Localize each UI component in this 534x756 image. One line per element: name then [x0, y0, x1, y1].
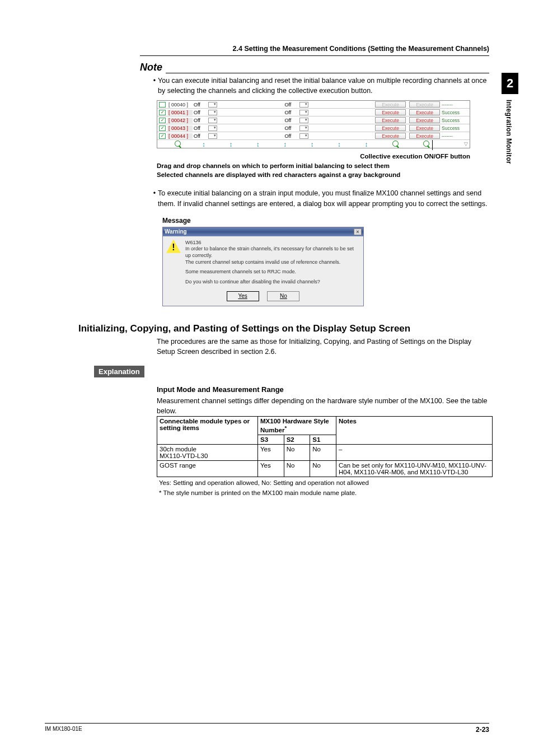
section-heading: Initializing, Copying, and Pasting of Se…	[78, 323, 489, 334]
off-cell-2: Off	[284, 133, 299, 139]
collective-on-icon[interactable]	[392, 141, 399, 147]
execute-button[interactable]: Execute	[375, 109, 406, 115]
status-cell: -------	[442, 133, 470, 139]
dropdown-icon[interactable]	[299, 133, 308, 139]
off-cell: Off	[193, 102, 208, 108]
sub-heading: Input Mode and Measurement Range	[157, 385, 489, 394]
execute-button[interactable]: Execute	[375, 101, 406, 108]
off-cell: Off	[193, 110, 208, 115]
execute-button[interactable]: Execute	[409, 101, 440, 108]
sort-icon: ↨	[190, 141, 217, 147]
th-hw-style: MX100 Hardware Style Number*	[258, 417, 336, 435]
dropdown-icon[interactable]	[299, 110, 308, 115]
sub-body: Measurement channel settings differ depe…	[157, 396, 489, 416]
execute-button[interactable]: Execute	[409, 109, 440, 115]
footer-doc-id: IM MX180-01E	[45, 726, 82, 734]
magnify-icon	[175, 141, 181, 147]
th-s2: S2	[284, 435, 310, 445]
footer-page-number: 2-23	[476, 726, 489, 734]
explanation-label: Explanation	[94, 366, 144, 377]
checkbox[interactable]: ✓	[159, 133, 166, 139]
section-header: 2.4 Setting the Measurement Conditions (…	[140, 45, 489, 56]
sort-icon: ↨	[299, 141, 326, 147]
close-icon[interactable]: ×	[354, 228, 362, 235]
sort-icon: ↨	[353, 141, 380, 147]
channel-grid-figure: [ 00040 ] Off Off Execute Execute ------…	[157, 100, 470, 148]
execute-button[interactable]: Execute	[375, 117, 406, 123]
table-row: GOST range Yes No No Can be set only for…	[157, 461, 493, 477]
caption-collective: Collective execution ON/OFF button	[157, 153, 470, 160]
off-cell: Off	[193, 125, 208, 131]
checkbox[interactable]: ✓	[159, 110, 166, 115]
caption-drag-2: Selected channels are displayed with red…	[157, 170, 489, 179]
dropdown-icon[interactable]	[208, 118, 217, 123]
dropdown-icon[interactable]	[208, 110, 217, 115]
message-label: Message	[162, 217, 489, 225]
sort-icon: ↨	[271, 141, 298, 147]
th-module-types: Connectable module types or setting item…	[157, 417, 258, 445]
dialog-line: In order to balance the strain channels,…	[185, 246, 360, 259]
chapter-number: 2	[502, 73, 518, 94]
off-cell-2: Off	[284, 102, 299, 108]
execute-button[interactable]: Execute	[409, 133, 440, 139]
status-cell: Success	[442, 110, 470, 115]
execute-button[interactable]: Execute	[409, 117, 440, 123]
table-footnote-2: * The style number is printed on the MX1…	[159, 488, 489, 497]
note-rule	[166, 68, 489, 73]
dialog-line: Do you wish to continue after disabling …	[185, 279, 360, 286]
note-body-2: To execute initial balancing on a strain…	[158, 188, 489, 208]
execute-button[interactable]: Execute	[375, 125, 406, 131]
off-cell: Off	[193, 133, 208, 139]
no-button[interactable]: No	[267, 291, 299, 301]
yes-button[interactable]: Yes	[227, 291, 259, 301]
sort-icon: ↨	[217, 141, 244, 147]
sort-icon: ↨	[245, 141, 271, 147]
dropdown-icon[interactable]	[208, 125, 217, 131]
channel-id: [ 00040 ]	[167, 102, 193, 108]
table-row: 30ch moduleMX110-VTD-L30 Yes No No –	[157, 445, 493, 461]
hardware-table: Connectable module types or setting item…	[157, 416, 493, 477]
note-label: Note	[140, 62, 162, 73]
checkbox[interactable]: ✓	[159, 125, 166, 131]
warning-dialog: Warning × ! W6136 In order to balance th…	[162, 227, 364, 306]
dropdown-icon[interactable]	[299, 102, 308, 108]
execute-button[interactable]: Execute	[409, 125, 440, 131]
off-cell-2: Off	[284, 125, 299, 131]
status-cell: Success	[442, 118, 470, 123]
off-cell-2: Off	[284, 110, 299, 115]
checkbox[interactable]: ✓	[159, 118, 166, 123]
th-s3: S3	[258, 435, 284, 445]
off-cell-2: Off	[284, 118, 299, 123]
bullet-dot: •	[151, 188, 158, 208]
dialog-code: W6136	[185, 240, 360, 246]
th-notes: Notes	[336, 417, 493, 445]
warning-icon: !	[166, 240, 181, 253]
off-cell: Off	[193, 118, 208, 123]
status-cell: Success	[442, 125, 470, 131]
scroll-arrow-icon[interactable]: ▽	[442, 141, 470, 147]
channel-id: [ 00042 ]	[167, 118, 193, 123]
bullet-dot: •	[151, 76, 158, 96]
th-s1: S1	[310, 435, 336, 445]
dropdown-icon[interactable]	[208, 102, 217, 108]
checkbox[interactable]	[159, 102, 166, 108]
dropdown-icon[interactable]	[208, 133, 217, 139]
dialog-line: The current channel setup contains inval…	[185, 259, 360, 266]
channel-id: [ 00043 ]	[167, 125, 193, 131]
caption-drag-1: Drag and drop channels on which to perfo…	[157, 161, 489, 170]
table-footnote-1: Yes: Setting and operation allowed, No: …	[159, 478, 489, 487]
collective-off-icon[interactable]	[423, 141, 429, 147]
status-cell: -------	[442, 102, 470, 108]
dropdown-icon[interactable]	[299, 118, 308, 123]
dialog-title: Warning	[165, 228, 187, 235]
execute-button[interactable]: Execute	[375, 133, 406, 139]
chapter-tab: 2 Integration Monitor	[502, 73, 518, 164]
channel-id: [ 00044 ]	[167, 133, 193, 139]
page-footer: IM MX180-01E 2-23	[45, 723, 489, 734]
dialog-line: Some measurement channels set to RRJC mo…	[185, 269, 360, 276]
channel-id: [ 00041 ]	[167, 110, 193, 115]
sort-icon: ↨	[326, 141, 353, 147]
chapter-title: Integration Monitor	[502, 100, 513, 164]
dropdown-icon[interactable]	[299, 125, 308, 131]
section-body: The procedures are the same as those for…	[157, 337, 489, 357]
